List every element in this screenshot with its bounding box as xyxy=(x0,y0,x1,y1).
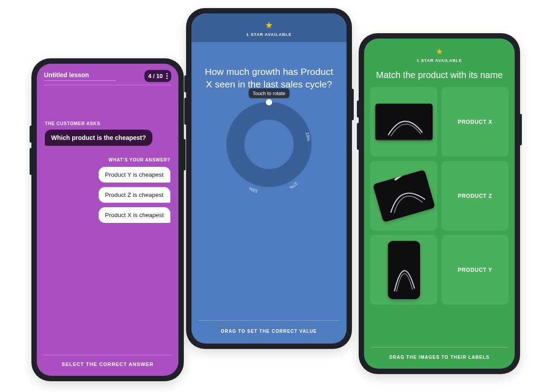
product-label: PRODUCT Z xyxy=(458,193,492,199)
footer-instruction: DRAG TO SET THE CORRECT VALUE xyxy=(191,321,347,344)
dial-container: Touch to rotate 19% 37% 53% xyxy=(191,102,347,187)
progress-pill: 4 / 10 xyxy=(144,70,171,82)
dial-ring[interactable] xyxy=(226,102,312,187)
match-title: Match the product with its name xyxy=(364,65,515,87)
answer-option[interactable]: Product Z is cheapest xyxy=(99,187,170,203)
match-label-cell[interactable]: PRODUCT Z xyxy=(442,161,508,231)
dial-tooltip: Touch to rotate xyxy=(249,88,290,98)
phone-side-button xyxy=(357,100,359,118)
more-menu-icon[interactable] xyxy=(166,73,168,79)
progress-counter: 4 / 10 xyxy=(148,73,163,79)
phone-side-button xyxy=(184,98,186,125)
match-label-cell[interactable]: PRODUCT X xyxy=(442,87,508,157)
footer-instruction: DRAG THE IMAGES TO THEIR LABELS xyxy=(364,348,515,369)
answer-option[interactable]: Product Y is cheapest xyxy=(99,167,170,183)
footer-instruction: SELECT THE CORRECT ANSWER xyxy=(37,355,178,376)
answer-list: Product Y is cheapest Product Z is cheap… xyxy=(45,167,170,223)
screen-green: ★ 1 STAR AVAILABLE Match the product wit… xyxy=(364,39,515,369)
screen-purple: Untitled lesson 4 / 10 THE CUSTOMER ASKS… xyxy=(37,64,178,376)
smartphone-icon xyxy=(388,241,420,299)
phone-side-button xyxy=(352,89,354,120)
phone-side-button xyxy=(30,148,31,175)
phone-quiz-match: ★ 1 STAR AVAILABLE Match the product wit… xyxy=(359,33,520,374)
star-available-label: 1 STAR AVAILABLE xyxy=(191,32,347,37)
screen-blue: ★ 1 STAR AVAILABLE How much growth has P… xyxy=(191,13,347,344)
answer-option[interactable]: Product X is cheapest xyxy=(99,207,170,223)
customer-asks-label: THE CUSTOMER ASKS xyxy=(45,121,170,126)
phone-quiz-dial: ★ 1 STAR AVAILABLE How much growth has P… xyxy=(186,8,352,349)
phone-side-button xyxy=(184,139,186,170)
laptop-icon xyxy=(375,104,433,140)
phone-side-button xyxy=(520,114,522,145)
tablet-icon xyxy=(373,170,435,222)
phone-side-button xyxy=(357,123,359,150)
product-label: PRODUCT X xyxy=(458,119,492,125)
dial-handle[interactable] xyxy=(266,99,272,105)
match-image-phone[interactable] xyxy=(370,235,437,305)
product-label: PRODUCT Y xyxy=(458,267,492,273)
dial-tick: 19% xyxy=(305,131,311,141)
match-image-laptop[interactable] xyxy=(370,87,437,157)
star-banner: ★ 1 STAR AVAILABLE xyxy=(364,39,515,65)
answer-prompt-label: WHAT'S YOUR ANSWER? xyxy=(45,157,170,162)
lesson-topbar: Untitled lesson 4 / 10 xyxy=(37,64,178,85)
phone-side-button xyxy=(30,126,31,143)
star-icon: ★ xyxy=(191,21,347,30)
match-image-tablet[interactable] xyxy=(370,161,437,231)
star-icon: ★ xyxy=(364,47,515,57)
rotary-dial[interactable]: Touch to rotate 19% 37% 53% xyxy=(226,102,312,187)
match-label-cell[interactable]: PRODUCT Y xyxy=(442,235,508,305)
phone-side-button xyxy=(184,75,186,92)
star-banner: ★ 1 STAR AVAILABLE xyxy=(191,13,347,42)
question-bubble: Which product is the cheapest? xyxy=(45,130,152,146)
lesson-title[interactable]: Untitled lesson xyxy=(44,71,116,81)
match-grid: PRODUCT X PRODUCT Z PRODUCT Y xyxy=(364,87,515,305)
phone-quiz-multiple-choice: Untitled lesson 4 / 10 THE CUSTOMER ASKS… xyxy=(31,58,184,381)
dial-center xyxy=(244,120,294,169)
star-available-label: 1 STAR AVAILABLE xyxy=(364,58,515,63)
